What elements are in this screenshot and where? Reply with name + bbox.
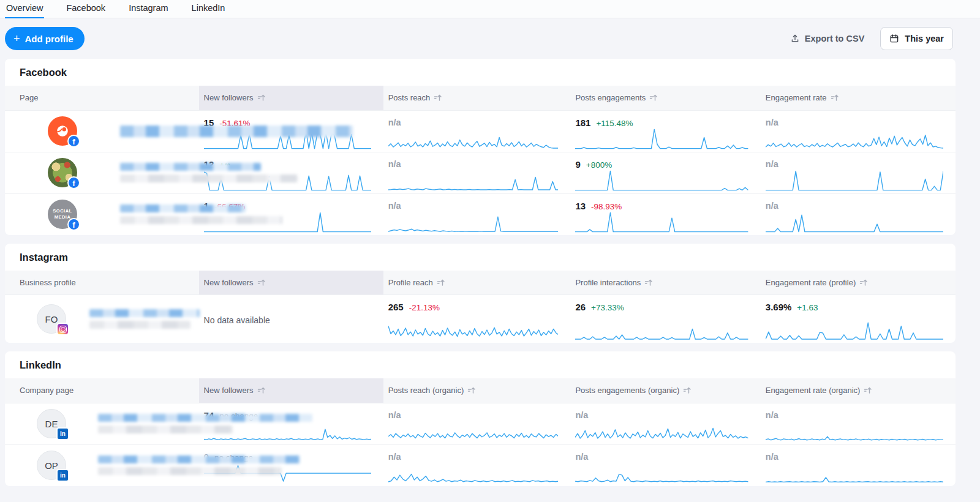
metric-value: n/a xyxy=(766,452,778,462)
sort-icon xyxy=(437,279,445,287)
metric-value: 13 xyxy=(575,201,586,211)
sparkline-chart xyxy=(388,128,559,150)
profile-avatar: Social Media xyxy=(48,200,77,229)
sparkline-chart xyxy=(388,170,559,192)
metric-value: n/a xyxy=(766,410,778,420)
metric-delta: -98.93% xyxy=(591,202,622,211)
profile-avatar xyxy=(48,158,77,187)
column-header-business-profile: Business profile xyxy=(5,271,199,295)
metric-delta: -21.13% xyxy=(409,303,440,312)
add-profile-label: Add profile xyxy=(25,34,74,44)
facebook-badge-icon xyxy=(67,218,80,231)
metric-value: 3.69% xyxy=(766,302,792,312)
column-header-profile-interactions[interactable]: Profile interactions xyxy=(570,271,760,295)
toolbar: + Add profile Export to CSV This year xyxy=(0,18,980,59)
column-header-company-page: Company page xyxy=(5,378,199,403)
export-csv-button[interactable]: Export to CSV xyxy=(790,34,864,43)
table-row[interactable]: FO No data available 265-21.13% 26+73.33… xyxy=(5,295,956,343)
metric-value: n/a xyxy=(388,410,401,420)
instagram-section-card: Instagram Business profile New followers… xyxy=(5,244,956,343)
calendar-icon xyxy=(889,34,899,43)
sparkline-chart xyxy=(575,319,748,341)
facebook-section-title: Facebook xyxy=(5,59,956,86)
facebook-badge-icon xyxy=(67,135,80,148)
sort-icon xyxy=(257,279,265,287)
profile-avatar: DE xyxy=(37,409,66,438)
sparkline-chart xyxy=(388,319,559,341)
column-header-new-followers[interactable]: New followers xyxy=(199,86,383,110)
export-icon xyxy=(790,34,800,43)
table-row[interactable]: OP 0no change n/a n/a n/a xyxy=(5,444,956,486)
instagram-badge-icon xyxy=(56,323,69,335)
sparkline-chart xyxy=(766,170,943,192)
sort-icon xyxy=(434,94,442,102)
metric-value: n/a xyxy=(388,159,401,169)
table-row[interactable]: 15-51.61% n/a 181+115.48% n/a xyxy=(5,110,956,152)
table-row[interactable]: Social Media 1-66.67% n/a 13-98.93% n/a xyxy=(5,193,956,235)
metric-delta: +115.48% xyxy=(596,119,633,128)
profile-name-redacted xyxy=(89,309,200,329)
profile-name-redacted xyxy=(120,126,353,137)
metric-value: n/a xyxy=(766,118,778,127)
linkedin-table: Company page New followers Posts reach (… xyxy=(5,378,956,486)
facebook-section-card: Facebook Page New followers Posts reach … xyxy=(5,59,956,235)
date-range-button[interactable]: This year xyxy=(880,27,953,50)
date-range-label: This year xyxy=(905,34,944,43)
linkedin-header-row: Company page New followers Posts reach (… xyxy=(5,378,956,403)
metric-value: n/a xyxy=(388,201,401,211)
facebook-badge-icon xyxy=(67,176,80,189)
sparkline-chart xyxy=(575,128,748,150)
add-profile-button[interactable]: + Add profile xyxy=(5,27,85,50)
sort-icon xyxy=(683,386,691,394)
sparkline-chart xyxy=(388,421,559,443)
column-header-engagement-rate-profile[interactable]: Engagement rate (profile) xyxy=(761,271,956,295)
plus-icon: + xyxy=(13,33,20,44)
tab-instagram[interactable]: Instagram xyxy=(127,0,169,18)
export-csv-label: Export to CSV xyxy=(805,34,864,43)
metric-value: 265 xyxy=(388,302,404,312)
tab-linkedin[interactable]: LinkedIn xyxy=(190,0,227,18)
sparkline-chart xyxy=(575,421,748,443)
column-header-posts-engagements-organic[interactable]: Posts engagements (organic) xyxy=(570,378,760,403)
instagram-section-title: Instagram xyxy=(5,244,956,271)
column-header-new-followers[interactable]: New followers xyxy=(199,378,383,403)
sort-icon xyxy=(644,279,652,287)
table-row[interactable]: 12+∞ n/a 9+800% n/a xyxy=(5,152,956,193)
column-header-page: Page xyxy=(5,86,199,110)
metric-value: 26 xyxy=(575,302,586,312)
metric-value: n/a xyxy=(766,201,778,211)
sparkline-chart xyxy=(766,128,943,150)
sparkline-chart xyxy=(766,421,943,443)
metric-delta: +1.63 xyxy=(797,303,818,312)
sparkline-chart xyxy=(575,170,748,192)
column-header-engagement-rate-organic[interactable]: Engagement rate (organic) xyxy=(761,378,956,403)
sparkline-chart xyxy=(575,462,748,484)
metric-delta: +73.33% xyxy=(591,303,624,312)
column-header-posts-reach-organic[interactable]: Posts reach (organic) xyxy=(383,378,571,403)
metric-value: n/a xyxy=(575,452,588,462)
metric-value: n/a xyxy=(766,159,778,169)
instagram-table: Business profile New followers Profile r… xyxy=(5,271,956,343)
column-header-posts-reach[interactable]: Posts reach xyxy=(383,86,571,110)
no-data-label: No data available xyxy=(204,315,270,325)
column-header-new-followers[interactable]: New followers xyxy=(199,271,383,295)
sort-icon xyxy=(859,279,867,287)
top-tab-bar: Overview Facebook Instagram LinkedIn xyxy=(0,0,980,18)
metric-delta: +800% xyxy=(586,160,612,170)
facebook-table: Page New followers Posts reach Posts eng… xyxy=(5,86,956,235)
sort-icon xyxy=(257,386,265,394)
metric-value: n/a xyxy=(388,118,401,127)
instagram-header-row: Business profile New followers Profile r… xyxy=(5,271,956,295)
table-row[interactable]: DE 74no change n/a n/a n/a xyxy=(5,403,956,444)
profile-avatar xyxy=(48,116,77,146)
profile-avatar: FO xyxy=(37,304,66,334)
tab-overview[interactable]: Overview xyxy=(5,0,44,18)
tab-facebook[interactable]: Facebook xyxy=(65,0,107,18)
column-header-engagement-rate[interactable]: Engagement rate xyxy=(761,86,956,110)
linkedin-section-card: LinkedIn Company page New followers Post… xyxy=(5,351,956,486)
sparkline-chart xyxy=(766,319,943,341)
metric-value: 181 xyxy=(575,118,590,128)
column-header-posts-engagements[interactable]: Posts engagements xyxy=(570,86,760,110)
main-content: Facebook Page New followers Posts reach … xyxy=(0,59,980,486)
column-header-profile-reach[interactable]: Profile reach xyxy=(383,271,571,295)
